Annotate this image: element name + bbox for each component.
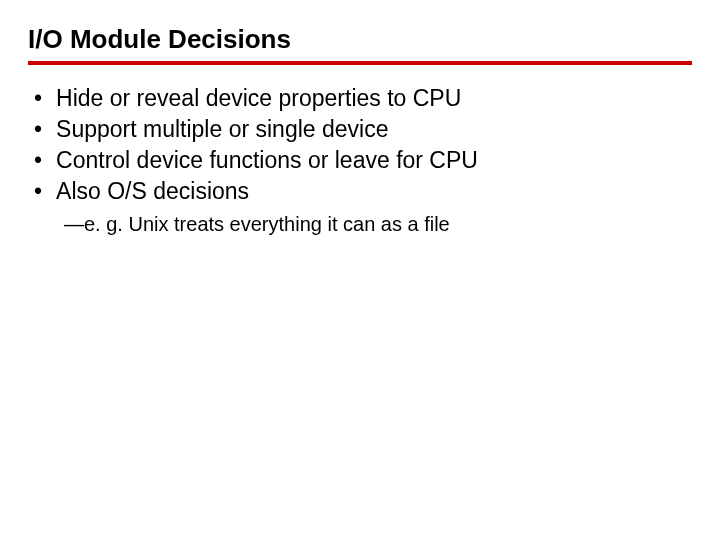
list-item: • Hide or reveal device properties to CP… bbox=[34, 83, 692, 114]
bullet-icon: • bbox=[34, 176, 42, 207]
list-item: • Also O/S decisions bbox=[34, 176, 692, 207]
list-item: • Support multiple or single device bbox=[34, 114, 692, 145]
bullet-text: Control device functions or leave for CP… bbox=[56, 145, 478, 176]
bullet-icon: • bbox=[34, 145, 42, 176]
bullet-list: • Hide or reveal device properties to CP… bbox=[28, 83, 692, 207]
slide-title: I/O Module Decisions bbox=[28, 24, 692, 65]
sub-list: —e. g. Unix treats everything it can as … bbox=[28, 211, 692, 238]
sub-item: —e. g. Unix treats everything it can as … bbox=[64, 211, 692, 238]
bullet-icon: • bbox=[34, 83, 42, 114]
bullet-text: Also O/S decisions bbox=[56, 176, 249, 207]
list-item: • Control device functions or leave for … bbox=[34, 145, 692, 176]
bullet-text: Support multiple or single device bbox=[56, 114, 388, 145]
bullet-icon: • bbox=[34, 114, 42, 145]
bullet-text: Hide or reveal device properties to CPU bbox=[56, 83, 461, 114]
